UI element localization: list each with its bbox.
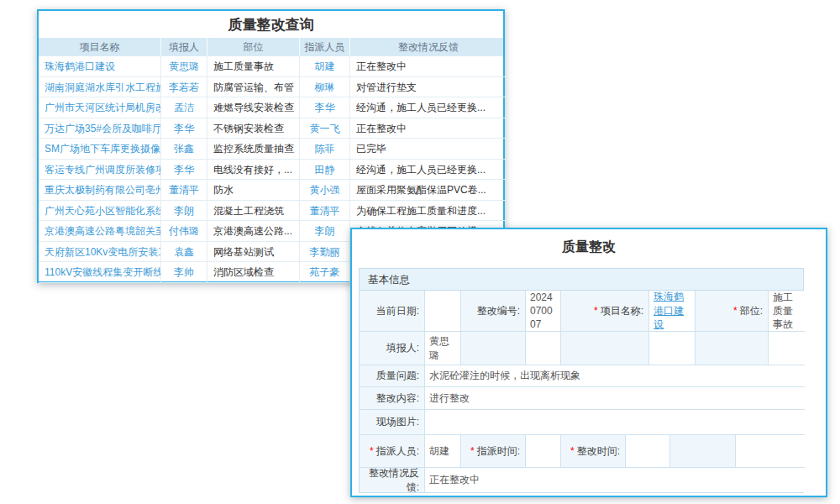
- quality-issue-value: 水泥砼灌注的时候，出现离析现象: [425, 365, 805, 387]
- empty-label-cell: [561, 332, 649, 365]
- table-row: 广州天心苑小区智能化系统李朗混凝土工程浇筑董清平为确保工程施工质量和进度...: [39, 201, 503, 222]
- rectify-time-field: [626, 435, 670, 468]
- section-header-basic-info: 基本信息: [360, 269, 803, 291]
- assign-time-label: *指派时间:: [461, 435, 526, 468]
- form-title: 质量整改: [352, 229, 826, 259]
- cell-reporter[interactable]: 李若若: [161, 77, 207, 98]
- cell-feedback: 为确保工程施工质量和进度...: [350, 201, 507, 222]
- cell-project-name[interactable]: SM广场地下车库更换摄像: [39, 139, 161, 160]
- required-asterisk: *: [470, 445, 475, 457]
- cell-project-name[interactable]: 广州市天河区统计局机房改: [39, 97, 161, 118]
- cell-feedback: 已完毕: [350, 139, 507, 160]
- cell-project-name[interactable]: 珠海鹤港口建设: [39, 56, 161, 77]
- cell-feedback: 经沟通，施工人员已经更换...: [350, 97, 507, 118]
- cell-assignee[interactable]: 李勤丽: [300, 242, 350, 263]
- cell-reporter[interactable]: 李朗: [161, 201, 207, 222]
- cell-project-name[interactable]: 110kV安徽线程集变开断线: [39, 262, 161, 283]
- cell-assignee[interactable]: 柳琳: [300, 77, 350, 98]
- table-row: 湖南洞庭湖水库引水工程施李若若防腐管运输、布管柳琳对管进行垫支: [39, 77, 503, 98]
- cell-reporter[interactable]: 付伟璐: [161, 221, 207, 242]
- cell-assignee[interactable]: 黄一飞: [300, 118, 350, 139]
- cell-location: 混凝土工程浇筑: [207, 201, 300, 222]
- assign-time-field: [526, 435, 561, 468]
- cell-feedback: 经沟通，施工人员已经更换...: [350, 160, 507, 181]
- form-row-site-photo: 现场图片:: [360, 410, 803, 435]
- quality-issue-label: 质量问题:: [360, 365, 425, 387]
- cell-assignee[interactable]: 李华: [300, 97, 350, 118]
- required-asterisk: *: [733, 305, 738, 317]
- cell-reporter[interactable]: 董清平: [161, 180, 207, 201]
- site-photo-label: 现场图片:: [360, 410, 425, 435]
- current-date-field: [425, 291, 461, 332]
- cell-project-name[interactable]: 重庆太极制药有限公司亳州: [39, 180, 161, 201]
- cell-assignee[interactable]: 胡建: [300, 56, 350, 77]
- assignee-label: *指派人员:: [360, 435, 425, 468]
- project-name-cell: 珠海鹤港口建设: [649, 291, 696, 332]
- column-header-reporter: 填报人: [161, 38, 207, 56]
- table-row: 广州市天河区统计局机房改孟洁难燃导线安装检查李华经沟通，施工人员已经更换...: [39, 97, 503, 118]
- location-value: 施工质量事故: [769, 291, 805, 332]
- empty-value-cell: [526, 332, 561, 365]
- form-row-rectify-content: 整改内容: 进行整改: [360, 387, 803, 410]
- number-value: 2024070007: [526, 291, 561, 332]
- site-photo-field: [425, 410, 805, 435]
- column-header-location: 部位: [207, 38, 300, 56]
- cell-location: 京港澳高速公路...: [207, 221, 300, 242]
- assignee-value: 胡建: [425, 435, 461, 468]
- cell-project-name[interactable]: 京港澳高速公路粤境韶关至: [39, 221, 161, 242]
- cell-location: 消防区域检查: [207, 262, 300, 283]
- empty-value-cell: [736, 435, 805, 468]
- number-label: 整改编号:: [461, 291, 526, 332]
- cell-reporter[interactable]: 孟洁: [161, 97, 207, 118]
- empty-label-cell: [461, 332, 526, 365]
- reporter-value: 黄思璐: [425, 332, 461, 365]
- form-row-feedback: 整改情况反馈: 正在整改中: [360, 468, 803, 492]
- cell-feedback: 对管进行垫支: [350, 77, 507, 98]
- required-asterisk: *: [570, 445, 575, 457]
- project-name-label: *项目名称:: [561, 291, 649, 332]
- query-panel-title: 质量整改查询: [39, 11, 503, 38]
- cell-assignee[interactable]: 李朗: [300, 221, 350, 242]
- cell-location: 监控系统质量抽查: [207, 139, 300, 160]
- cell-project-name[interactable]: 客运专线广州调度所装修项: [39, 160, 161, 181]
- cell-location: 防腐管运输、布管: [207, 77, 300, 98]
- rectify-content-label: 整改内容:: [360, 387, 425, 410]
- reporter-label: 填报人:: [360, 332, 425, 365]
- empty-value-cell: [649, 332, 696, 365]
- cell-assignee[interactable]: 苑子豪: [300, 262, 350, 283]
- form-row-reporter: 填报人: 黄思璐: [360, 332, 803, 365]
- cell-reporter[interactable]: 李帅: [161, 262, 207, 283]
- cell-project-name[interactable]: 万达广场35#会所及咖啡厅: [39, 118, 161, 139]
- table-row: 万达广场35#会所及咖啡厅李华不锈钢安装检查黄一飞正在整改中: [39, 118, 503, 139]
- cell-project-name[interactable]: 广州天心苑小区智能化系统: [39, 201, 161, 222]
- rectify-content-value: 进行整改: [425, 387, 805, 410]
- cell-reporter[interactable]: 袁鑫: [161, 242, 207, 263]
- basic-info-table: 基本信息 当前日期: 整改编号: 2024070007 *项目名称: 珠海鹤港口…: [359, 268, 804, 493]
- feedback-value: 正在整改中: [425, 468, 805, 492]
- query-table-header: 项目名称填报人部位指派人员整改情况反馈: [39, 38, 503, 56]
- cell-assignee[interactable]: 陈菲: [300, 139, 350, 160]
- rectify-time-label: *整改时间:: [561, 435, 626, 468]
- cell-reporter[interactable]: 黄思璐: [161, 56, 207, 77]
- cell-reporter[interactable]: 李华: [161, 160, 207, 181]
- cell-assignee[interactable]: 董清平: [300, 201, 350, 222]
- cell-project-name[interactable]: 天府新区10Kv变电所安装工: [39, 242, 161, 263]
- table-row: 珠海鹤港口建设黄思璐施工质量事故胡建正在整改中: [39, 56, 503, 77]
- required-asterisk: *: [370, 445, 374, 457]
- cell-feedback: 正在整改中: [350, 118, 507, 139]
- location-label: *部位:: [696, 291, 769, 332]
- cell-location: 难燃导线安装检查: [207, 97, 300, 118]
- cell-location: 防水: [207, 180, 300, 201]
- table-row: SM广场地下车库更换摄像张鑫监控系统质量抽查陈菲已完毕: [39, 139, 503, 160]
- cell-project-name[interactable]: 湖南洞庭湖水库引水工程施: [39, 77, 161, 98]
- column-header-project-name: 项目名称: [39, 38, 161, 56]
- cell-reporter[interactable]: 李华: [161, 118, 207, 139]
- form-row-assignee-times: *指派人员: 胡建 *指派时间: *整改时间:: [360, 435, 803, 468]
- empty-label-cell: [670, 435, 736, 468]
- cell-assignee[interactable]: 田静: [300, 160, 350, 181]
- cell-reporter[interactable]: 张鑫: [161, 139, 207, 160]
- project-name-link[interactable]: 珠海鹤港口建设: [654, 290, 690, 332]
- column-header-assignee: 指派人员: [300, 38, 350, 56]
- column-header-feedback: 整改情况反馈: [350, 38, 507, 56]
- cell-assignee[interactable]: 黄小强: [300, 180, 350, 201]
